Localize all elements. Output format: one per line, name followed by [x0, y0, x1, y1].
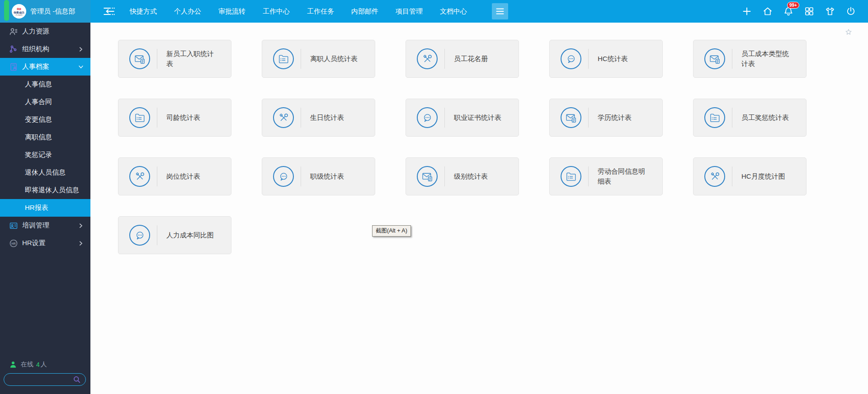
sidebar-item-label: 离职信息: [25, 133, 52, 142]
sidebar-item[interactable]: 人事信息: [0, 76, 90, 93]
chat-icon: [129, 225, 150, 246]
mail-icon: [417, 166, 438, 187]
card-divider: [732, 108, 732, 128]
sidebar-item[interactable]: 人事档案: [0, 58, 90, 76]
report-card-label: 员工成本类型统计表: [741, 49, 794, 69]
report-card[interactable]: HC月度统计图: [693, 157, 807, 195]
chat-icon: [561, 48, 581, 69]
notification-badge: 99+: [787, 2, 799, 9]
report-card[interactable]: 生日统计表: [262, 99, 375, 137]
card-divider: [444, 108, 445, 128]
sidebar-item[interactable]: HRHR设置: [0, 234, 90, 252]
favorite-star-icon[interactable]: [844, 28, 853, 36]
chat-icon: [273, 166, 294, 187]
report-card[interactable]: 岗位统计表: [118, 157, 231, 195]
report-card-label: 劳动合同信息明细表: [598, 166, 650, 187]
more-menu-button[interactable]: [492, 3, 508, 19]
report-card-label: HC统计表: [598, 54, 628, 64]
card-divider: [444, 49, 445, 69]
user-title: 管理员 -信息部: [30, 7, 75, 16]
report-card-label: 生日统计表: [310, 113, 344, 123]
report-card[interactable]: 职级统计表: [262, 157, 375, 195]
topbar-menu-item[interactable]: 快捷方式: [121, 0, 165, 23]
card-divider: [588, 108, 589, 128]
online-unit: 人: [41, 361, 47, 369]
screenshot-tooltip: 截图(Alt + A): [372, 225, 411, 237]
green-accent-bar: [4, 0, 9, 21]
card-divider: [588, 166, 589, 186]
folder-icon: [704, 107, 725, 128]
sidebar-item-label: HR设置: [22, 239, 46, 247]
logo-subtext: POWER: [15, 14, 22, 16]
sidebar-item[interactable]: HR报表: [0, 199, 90, 217]
theme-icon[interactable]: [825, 6, 835, 17]
report-card[interactable]: HC统计表: [549, 40, 663, 78]
folder-icon: [129, 107, 150, 128]
sidebar-item[interactable]: 培训管理: [0, 217, 90, 234]
sidebar-item-label: 人事信息: [25, 80, 52, 89]
sidebar-item-label: HR报表: [25, 204, 48, 212]
top-navigation: 快捷方式个人办公审批流转工作中心工作任务内部邮件项目管理文档中心 99+: [90, 0, 868, 23]
topbar-menu-item[interactable]: 内部邮件: [343, 0, 387, 23]
card-divider: [157, 49, 157, 69]
sidebar-item-label: 人事合同: [25, 98, 52, 106]
sidebar-item-label: 即将退休人员信息: [25, 186, 79, 195]
report-card[interactable]: 司龄统计表: [118, 99, 231, 137]
report-card[interactable]: 级别统计表: [406, 157, 519, 195]
report-card-label: 岗位统计表: [166, 171, 200, 182]
mail-icon: [129, 48, 150, 69]
report-card[interactable]: 学历统计表: [549, 99, 663, 137]
svg-text:HR: HR: [11, 242, 16, 245]
report-card-label: 级别统计表: [454, 171, 488, 182]
report-card[interactable]: 职业证书统计表: [406, 99, 519, 137]
collapse-sidebar-icon[interactable]: [102, 5, 116, 17]
report-card[interactable]: 员工奖惩统计表: [693, 99, 807, 137]
home-icon[interactable]: [762, 6, 773, 17]
topbar-menu-item[interactable]: 工作任务: [298, 0, 343, 23]
search-icon[interactable]: [73, 375, 81, 384]
report-card[interactable]: 离职人员统计表: [262, 40, 375, 78]
report-card-label: 学历统计表: [598, 113, 632, 123]
topbar-menu-item[interactable]: 审批流转: [210, 0, 254, 23]
topbar-menu-item[interactable]: 个人办公: [165, 0, 210, 23]
search-input[interactable]: [4, 376, 73, 383]
sidebar-item[interactable]: 退休人员信息: [0, 164, 90, 181]
sidebar-item-label: 变更信息: [25, 115, 52, 124]
sidebar-item-label: 人事档案: [22, 62, 49, 71]
online-label: 在线: [21, 361, 33, 369]
power-icon[interactable]: [845, 6, 856, 17]
report-card[interactable]: 人力成本同比图: [118, 216, 231, 254]
sidebar-item[interactable]: 奖惩记录: [0, 146, 90, 164]
apps-icon[interactable]: [804, 6, 815, 17]
sidebar-search: [4, 373, 86, 386]
card-divider: [301, 49, 301, 69]
sidebar-item-label: 培训管理: [22, 221, 49, 230]
report-card[interactable]: 员工花名册: [406, 40, 519, 78]
report-card-label: 职级统计表: [310, 171, 344, 182]
chevron-right-icon: [78, 240, 84, 247]
sidebar-item[interactable]: 组织机构: [0, 40, 90, 58]
sidebar-item[interactable]: 离职信息: [0, 128, 90, 146]
topbar-menu-item[interactable]: 项目管理: [387, 0, 431, 23]
topbar-right-icons: 99+: [741, 6, 868, 17]
online-status: 在线 4 人: [9, 361, 47, 369]
archive-icon: [9, 62, 18, 71]
sidebar-item[interactable]: 人力资源: [0, 23, 90, 40]
sidebar-item[interactable]: 变更信息: [0, 111, 90, 128]
sidebar-item[interactable]: 人事合同: [0, 93, 90, 111]
topbar-menu: 快捷方式个人办公审批流转工作中心工作任务内部邮件项目管理文档中心: [121, 0, 476, 23]
report-card[interactable]: 新员工入职统计表: [118, 40, 231, 78]
sidebar-item-label: 组织机构: [22, 45, 49, 53]
training-icon: [9, 221, 18, 230]
report-card[interactable]: 员工成本类型统计表: [693, 40, 807, 78]
card-divider: [301, 166, 301, 186]
sidebar-item[interactable]: 即将退休人员信息: [0, 181, 90, 199]
report-card[interactable]: 劳动合同信息明细表: [549, 157, 663, 195]
tools-icon: [273, 107, 294, 128]
topbar-menu-item[interactable]: 工作中心: [254, 0, 298, 23]
topbar-menu-item[interactable]: 文档中心: [431, 0, 476, 23]
plus-icon[interactable]: [741, 6, 752, 17]
card-divider: [588, 49, 589, 69]
bell-icon[interactable]: 99+: [783, 6, 794, 17]
brand-header: ∞ 华美动力 POWER 管理员 -信息部: [0, 0, 90, 23]
